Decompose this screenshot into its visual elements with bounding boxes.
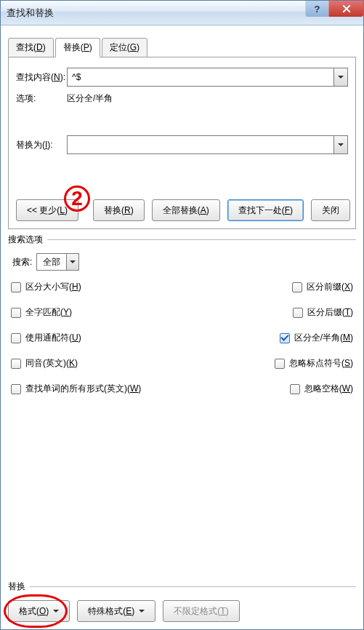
legend-search-options: 搜索选项 [8, 234, 47, 246]
window-title: 查找和替换 [7, 7, 54, 20]
chk-full-half-width[interactable]: 区分全/半角(M) [280, 332, 353, 344]
close-dialog-button[interactable]: 关闭 [311, 199, 350, 221]
less-button[interactable]: << 更少(L) [16, 199, 78, 221]
dialog-window: 查找和替换 ? 查找(D) 替换(P) 定位(G) 查找内容(N): [0, 0, 364, 630]
search-direction-dropdown[interactable] [66, 253, 79, 271]
label-search-direction: 搜索: [12, 256, 32, 268]
checkbox-grid: 区分大小写(H) 区分前缀(X) 全字匹配(Y) 区分后缀(T) 使用通配符(U… [8, 281, 356, 395]
client-area: 查找(D) 替换(P) 定位(G) 查找内容(N): 选项: [1, 25, 363, 629]
replace-button[interactable]: 替换(R) [93, 199, 145, 221]
find-what-dropdown[interactable] [333, 68, 348, 87]
label-find-what: 查找内容(N): [16, 71, 67, 84]
checkbox-icon [292, 282, 302, 292]
chk-whole-word[interactable]: 全字匹配(Y) [11, 306, 179, 319]
checkbox-icon [293, 308, 303, 318]
checkbox-icon [11, 333, 21, 343]
replace-all-button[interactable]: 全部替换(A) [152, 199, 220, 221]
label-replace-with: 替换为(I): [16, 139, 67, 151]
button-row: << 更少(L) 替换(R) 全部替换(A) 查找下一处(F) 关闭 [16, 199, 348, 221]
find-next-button[interactable]: 查找下一处(F) [227, 199, 304, 221]
close-icon [342, 4, 351, 13]
find-what-input[interactable] [67, 68, 333, 87]
no-formatting-button: 不限定格式(T) [163, 600, 239, 622]
chk-match-suffix[interactable]: 区分后缀(T) [293, 306, 353, 319]
checkbox-icon [11, 282, 21, 292]
chk-match-case[interactable]: 区分大小写(H) [11, 281, 179, 293]
tab-replace[interactable]: 替换(P) [55, 38, 100, 57]
checkbox-icon [11, 308, 21, 318]
replace-with-input[interactable] [67, 135, 333, 154]
replace-with-dropdown[interactable] [333, 135, 348, 154]
value-options: 区分全/半角 [67, 92, 113, 105]
help-button[interactable]: ? [305, 1, 328, 17]
search-direction-value: 全部 [36, 253, 66, 271]
title-buttons: ? [305, 1, 363, 17]
special-format-button[interactable]: 特殊格式(E) [77, 600, 155, 622]
replace-group-buttons: 格式(O) 特殊格式(E) 不限定格式(T) [8, 600, 356, 622]
chk-all-word-forms[interactable]: 查找单词的所有形式(英文)(W) [11, 383, 179, 395]
group-replace: 替换 格式(O) 特殊格式(E) 不限定格式(T) [8, 586, 356, 622]
label-options: 选项: [16, 92, 67, 105]
row-search-direction: 搜索: 全部 [12, 253, 356, 271]
tab-page-replace: 查找内容(N): 选项: 区分全/半角 替换为(I): [8, 57, 356, 229]
row-find-what: 查找内容(N): [16, 68, 348, 87]
tab-goto[interactable]: 定位(G) [102, 38, 147, 57]
format-button[interactable]: 格式(O) [8, 600, 70, 622]
legend-replace: 替换 [8, 581, 30, 593]
row-replace-with: 替换为(I): [16, 135, 348, 154]
chk-ignore-space[interactable]: 忽略空格(W) [290, 383, 353, 395]
find-what-combo [67, 68, 348, 87]
group-search-options: 搜索选项 搜索: 全部 区分大小写(H) 区分前缀(X) [8, 239, 356, 395]
checkbox-icon [275, 359, 285, 369]
row-find-options: 选项: 区分全/半角 [16, 92, 348, 105]
title-bar: 查找和替换 ? [1, 1, 363, 25]
checkbox-icon [280, 333, 290, 343]
close-button[interactable] [328, 1, 363, 17]
chk-wildcards[interactable]: 使用通配符(U) [11, 332, 179, 344]
search-direction-select[interactable]: 全部 [36, 253, 79, 271]
replace-with-combo [67, 135, 348, 154]
checkbox-icon [11, 384, 21, 394]
tab-strip: 查找(D) 替换(P) 定位(G) [8, 39, 356, 57]
chk-sounds-like[interactable]: 同音(英文)(K) [11, 357, 179, 370]
chk-match-prefix[interactable]: 区分前缀(X) [292, 281, 353, 293]
checkbox-icon [11, 359, 21, 369]
bottom-area: 替换 格式(O) 特殊格式(E) 不限定格式(T) [8, 576, 356, 622]
tab-find[interactable]: 查找(D) [8, 38, 54, 57]
checkbox-icon [290, 384, 300, 394]
chk-ignore-punct[interactable]: 忽略标点符号(S) [275, 357, 353, 370]
